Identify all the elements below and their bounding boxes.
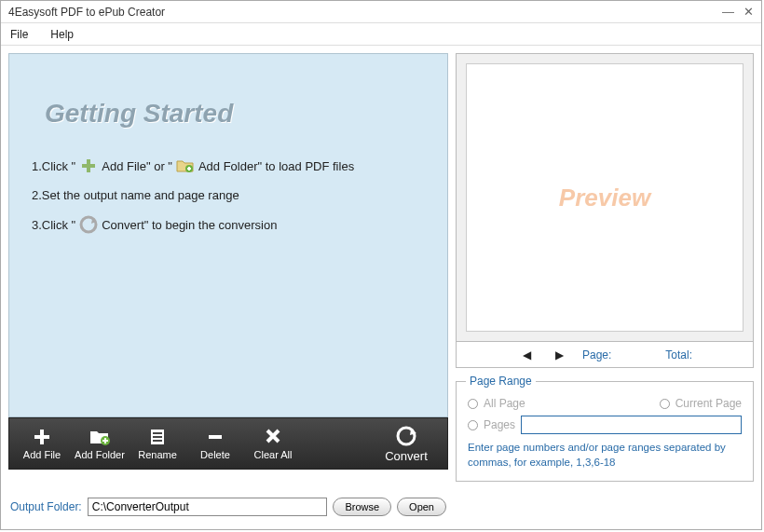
radio-all-page[interactable] [468, 399, 478, 409]
output-folder-label: Output Folder: [10, 500, 82, 513]
titlebar: 4Easysoft PDF to ePub Creator — ✕ [1, 1, 761, 23]
convert-button[interactable]: Convert [369, 425, 443, 463]
svg-rect-15 [209, 435, 222, 439]
all-page-label: All Page [484, 397, 525, 410]
svg-rect-12 [153, 432, 162, 434]
radio-current-page[interactable] [660, 399, 670, 409]
open-button[interactable]: Open [397, 498, 446, 516]
menu-help[interactable]: Help [50, 28, 74, 41]
close-button[interactable]: ✕ [744, 5, 754, 19]
svg-rect-4 [187, 168, 191, 170]
pages-label: Pages [484, 418, 515, 431]
add-file-button[interactable]: Add File [13, 427, 71, 460]
add-folder-button[interactable]: Add Folder [71, 427, 129, 460]
svg-point-5 [81, 217, 96, 232]
preview-watermark: Preview [559, 184, 650, 212]
svg-point-16 [398, 428, 415, 444]
step-1: 1.Click " Add File" or " Add Folder" to … [32, 157, 430, 175]
pages-input[interactable] [521, 416, 742, 434]
preview-page: Preview [466, 63, 744, 332]
svg-rect-14 [153, 440, 162, 442]
preview-panel: Preview [456, 53, 754, 342]
total-label: Total: [665, 348, 692, 361]
rename-button[interactable]: Rename [129, 427, 186, 460]
current-page-label: Current Page [675, 397, 742, 410]
page-range-legend: Page Range [466, 375, 536, 388]
getting-started-title: Getting Started [45, 99, 430, 129]
minimize-button[interactable]: — [722, 5, 734, 19]
radio-pages[interactable] [468, 420, 478, 430]
step-3: 3.Click " Convert" to begin the conversi… [32, 215, 430, 234]
convert-icon [79, 215, 98, 234]
svg-rect-13 [153, 436, 162, 438]
output-folder-input[interactable] [88, 498, 328, 516]
toolbar: Add File Add Folder Rename Delete Clear … [8, 417, 448, 470]
step-2: 2.Set the output name and page range [32, 188, 430, 202]
clear-all-button[interactable]: Clear All [244, 427, 302, 460]
svg-rect-10 [102, 440, 108, 442]
output-folder-row: Output Folder: Browse Open [8, 498, 448, 522]
getting-started-panel: Getting Started 1.Click " Add File" or "… [8, 53, 448, 417]
svg-rect-1 [82, 164, 95, 168]
svg-rect-7 [34, 435, 49, 439]
window-title: 4Easysoft PDF to ePub Creator [8, 6, 722, 19]
menubar: File Help [1, 23, 761, 46]
menu-file[interactable]: File [10, 28, 28, 41]
delete-button[interactable]: Delete [186, 427, 244, 460]
browse-button[interactable]: Browse [333, 498, 391, 516]
prev-page-button[interactable]: ◀ [517, 348, 537, 361]
pager: ◀ ▶ Page: Total: [456, 342, 754, 368]
plus-icon [79, 157, 98, 175]
next-page-button[interactable]: ▶ [550, 348, 569, 361]
page-range-hint: Enter page numbers and/or page ranges se… [468, 440, 742, 470]
folder-plus-icon [176, 157, 195, 175]
page-label: Page: [582, 348, 611, 361]
page-range-group: Page Range All Page Current Page Pages E… [456, 381, 754, 482]
